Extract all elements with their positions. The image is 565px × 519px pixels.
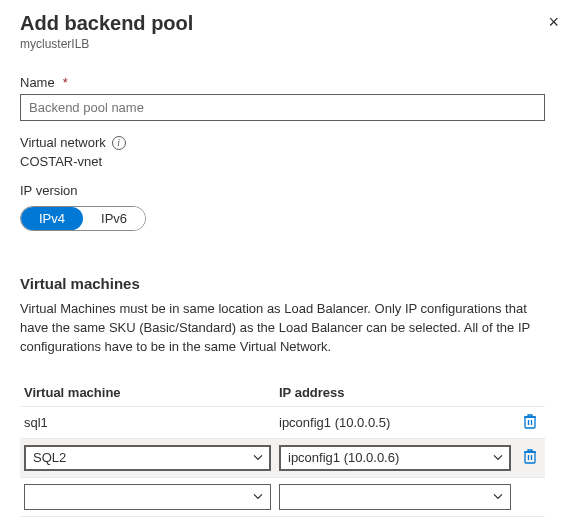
virtual-machines-heading: Virtual machines <box>20 275 545 292</box>
table-row: SQL2 ipconfig1 (10.0.0.6) <box>20 438 545 477</box>
close-icon[interactable]: × <box>548 12 559 33</box>
required-indicator: * <box>63 75 68 90</box>
virtual-network-value: COSTAR-vnet <box>20 154 545 169</box>
table-row: sql1 ipconfig1 (10.0.0.5) <box>20 406 545 438</box>
ip-select[interactable]: ipconfig1 (10.0.0.6) <box>279 445 511 471</box>
vm-select[interactable]: SQL2 <box>24 445 271 471</box>
vm-cell: sql1 <box>20 406 275 438</box>
delete-icon[interactable] <box>523 413 537 429</box>
resource-subtitle: myclusterILB <box>20 37 545 51</box>
ip-version-label: IP version <box>20 183 545 198</box>
svg-rect-0 <box>525 417 535 428</box>
delete-icon[interactable] <box>523 448 537 464</box>
table-row <box>20 477 545 516</box>
virtual-machines-table: Virtual machine IP address sql1 ipconfig… <box>20 379 545 517</box>
ip-version-ipv4[interactable]: IPv4 <box>21 207 83 230</box>
virtual-network-label: Virtual network i <box>20 135 545 150</box>
chevron-down-icon <box>492 490 504 502</box>
virtual-machines-help: Virtual Machines must be in same locatio… <box>20 300 545 357</box>
ip-cell: ipconfig1 (10.0.0.5) <box>275 406 515 438</box>
ip-version-toggle[interactable]: IPv4 IPv6 <box>20 206 146 231</box>
ip-version-ipv6[interactable]: IPv6 <box>83 207 145 230</box>
name-label: Name* <box>20 75 545 90</box>
vm-select[interactable] <box>24 484 271 510</box>
name-input[interactable] <box>20 94 545 121</box>
column-header-ip: IP address <box>275 379 515 407</box>
ip-select[interactable] <box>279 484 511 510</box>
chevron-down-icon <box>492 451 504 463</box>
page-title: Add backend pool <box>20 12 545 35</box>
info-icon[interactable]: i <box>112 136 126 150</box>
column-header-vm: Virtual machine <box>20 379 275 407</box>
chevron-down-icon <box>252 490 264 502</box>
svg-rect-1 <box>525 452 535 463</box>
chevron-down-icon <box>252 451 264 463</box>
